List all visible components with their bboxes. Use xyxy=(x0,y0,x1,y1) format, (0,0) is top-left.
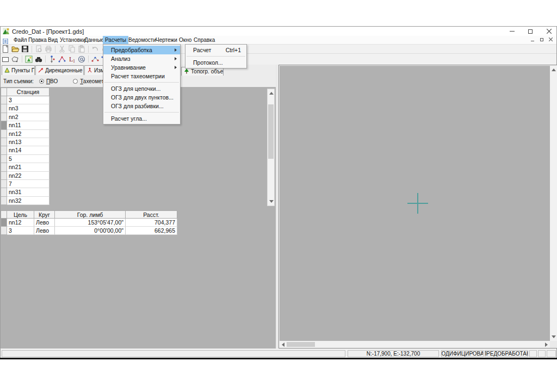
station-row[interactable]: nn22 xyxy=(1,172,276,180)
measurement-cell-dist[interactable]: 704,377 xyxy=(126,219,177,227)
measure-nodes-icon[interactable] xyxy=(57,55,67,64)
cut-icon[interactable] xyxy=(57,45,67,53)
row-selector[interactable] xyxy=(1,180,7,188)
row-selector[interactable] xyxy=(1,227,7,235)
save-icon[interactable] xyxy=(20,45,30,53)
menu-item-5[interactable]: ОГЗ для цепочки... xyxy=(103,84,180,93)
measurement-row[interactable]: nn12Лево153°05'47,00"704,377 xyxy=(1,219,276,227)
col-header-limb[interactable]: Гор. лимб xyxy=(55,210,126,219)
station-cell[interactable]: nn2 xyxy=(7,113,49,121)
measure-height-icon[interactable] xyxy=(47,55,57,64)
row-selector[interactable] xyxy=(1,130,7,138)
station-row[interactable]: 7 xyxy=(1,180,276,188)
tab-direction-angles[interactable]: Дирекционные углы xyxy=(35,65,84,75)
station-cell[interactable]: nn11 xyxy=(7,121,49,129)
radio-pvo[interactable]: ПВО xyxy=(39,78,58,84)
row-selector[interactable] xyxy=(1,188,7,196)
station-cell[interactable]: nn32 xyxy=(7,197,49,205)
col-header-circle[interactable]: Круг xyxy=(34,210,55,219)
menu-item-2[interactable]: Протокол... xyxy=(185,58,246,67)
rect-select-icon[interactable] xyxy=(1,55,10,64)
scroll-up-icon[interactable] xyxy=(269,92,274,95)
undo-icon[interactable] xyxy=(90,45,100,53)
scroll-up-icon[interactable] xyxy=(552,69,556,71)
plan-view-icon[interactable] xyxy=(24,55,34,64)
station-row[interactable]: nn31 xyxy=(1,188,276,196)
menubar-item-9[interactable]: Справка xyxy=(191,36,217,44)
row-selector[interactable] xyxy=(1,121,7,129)
menu-item-6[interactable]: ОГЗ для двух пунктов... xyxy=(103,93,180,102)
row-selector[interactable] xyxy=(1,113,7,121)
station-row[interactable]: nn14 xyxy=(1,146,276,154)
row-selector[interactable] xyxy=(1,138,7,146)
copy-icon[interactable] xyxy=(67,45,77,53)
scrollbar-thumb[interactable] xyxy=(287,342,315,347)
link-objects-icon[interactable] xyxy=(77,55,86,64)
scrollbar-thumb[interactable] xyxy=(268,104,274,159)
menubar-item-7[interactable]: Чертежи xyxy=(153,36,180,44)
measurement-cell-limb[interactable]: 0°00'00,00" xyxy=(55,227,126,235)
measurement-cell-target[interactable]: nn12 xyxy=(7,219,34,227)
search-binoculars-icon[interactable] xyxy=(34,55,44,64)
row-selector[interactable] xyxy=(1,172,7,180)
station-row[interactable]: nn12 xyxy=(1,130,276,138)
network-1-icon[interactable] xyxy=(90,55,100,64)
station-cell[interactable]: 5 xyxy=(7,155,49,163)
scroll-left-icon[interactable] xyxy=(282,343,284,347)
new-document-icon[interactable] xyxy=(1,45,10,53)
row-selector[interactable] xyxy=(1,146,7,154)
scroll-down-icon[interactable] xyxy=(552,335,556,338)
station-cell[interactable]: 7 xyxy=(7,180,49,188)
row-selector[interactable] xyxy=(1,155,7,163)
station-cell[interactable]: nn3 xyxy=(7,104,49,113)
print-icon[interactable] xyxy=(44,45,53,53)
close-button[interactable] xyxy=(546,28,552,35)
station-column-header[interactable]: Станция xyxy=(7,88,49,96)
polygon-select-icon[interactable] xyxy=(10,55,20,64)
paste-icon[interactable] xyxy=(77,45,86,53)
menu-item-7[interactable]: ОГЗ для разбивки... xyxy=(103,102,180,110)
stations-scrollbar[interactable] xyxy=(267,89,275,206)
row-selector[interactable] xyxy=(1,197,7,205)
station-cell[interactable]: nn13 xyxy=(7,138,49,146)
col-header-distance[interactable]: Расст. xyxy=(126,210,177,219)
minimize-button[interactable] xyxy=(509,28,515,35)
measurement-cell-limb[interactable]: 153°05'47,00" xyxy=(55,219,126,227)
tab-pvo-points[interactable]: Пункты ПВО xyxy=(2,65,35,75)
menu-item-0[interactable]: Предобработка xyxy=(103,46,180,54)
print-preview-icon[interactable] xyxy=(34,45,44,53)
menubar-item-5[interactable]: Расчеты xyxy=(103,36,128,44)
scroll-down-icon[interactable] xyxy=(269,200,274,203)
measurement-cell-dist[interactable]: 662,965 xyxy=(126,227,177,235)
scroll-right-icon[interactable] xyxy=(545,343,548,347)
station-row[interactable]: 5 xyxy=(1,155,276,163)
mdi-close-button[interactable] xyxy=(548,37,553,42)
row-selector[interactable] xyxy=(1,96,7,104)
measurement-cell-circle[interactable]: Лево xyxy=(34,219,55,227)
station-cell[interactable]: 3 xyxy=(7,96,49,104)
station-cell[interactable]: nn21 xyxy=(7,163,49,171)
mdi-minimize-button[interactable] xyxy=(530,37,535,42)
station-cell[interactable]: nn31 xyxy=(7,188,49,196)
menu-item-1[interactable]: Анализ xyxy=(103,54,180,63)
measurement-cell-target[interactable]: 3 xyxy=(7,227,34,235)
canvas-vertical-scrollbar[interactable] xyxy=(550,66,557,341)
station-row[interactable]: nn32 xyxy=(1,197,276,205)
maximize-button[interactable] xyxy=(527,28,534,35)
menu-item-3[interactable]: Расчет тахеометрии xyxy=(103,72,180,80)
row-selector[interactable] xyxy=(1,163,7,171)
measurement-cell-circle[interactable]: Лево xyxy=(34,227,55,235)
canvas-horizontal-scrollbar[interactable] xyxy=(280,341,550,348)
menu-item-2[interactable]: Уравнивание xyxy=(103,63,180,72)
station-cell[interactable]: nn12 xyxy=(7,130,49,138)
open-project-icon[interactable] xyxy=(10,45,20,53)
l1-norm-icon[interactable]: L1 xyxy=(67,55,77,64)
station-row[interactable]: nn13 xyxy=(1,138,276,146)
station-cell[interactable]: nn22 xyxy=(7,172,49,180)
row-selector[interactable] xyxy=(1,219,7,227)
menu-item-0[interactable]: РасчетCtrl+1 xyxy=(185,46,246,54)
drawing-canvas[interactable] xyxy=(280,66,550,341)
row-selector[interactable] xyxy=(1,104,7,113)
mdi-restore-button[interactable] xyxy=(539,37,544,42)
station-row[interactable]: nn21 xyxy=(1,163,276,171)
